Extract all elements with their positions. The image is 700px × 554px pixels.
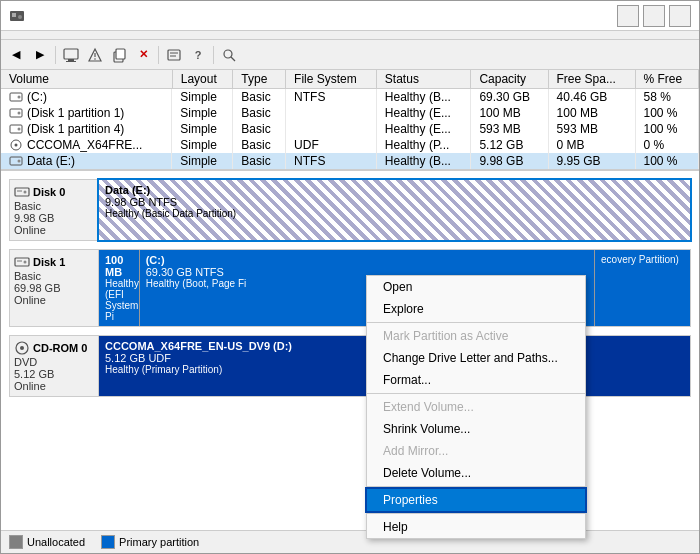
table-row[interactable]: (C:) Simple Basic NTFS Healthy (B... 69.… [1, 89, 699, 106]
context-menu-separator [367, 513, 585, 514]
col-free[interactable]: Free Spa... [548, 70, 635, 89]
context-menu-item: Mark Partition as Active [367, 325, 585, 347]
cell-volume: (Disk 1 partition 4) [1, 121, 172, 137]
context-menu-item[interactable]: Delete Volume... [367, 462, 585, 484]
disk-view: Disk 0 Basic 9.98 GB Online Data (E:) 9.… [1, 170, 699, 530]
disk-row: Disk 1 Basic 69.98 GB Online 100 MB Heal… [9, 249, 691, 327]
cell-pct: 100 % [635, 153, 698, 169]
content-area: Volume Layout Type File System Status Ca… [1, 70, 699, 553]
svg-point-8 [94, 58, 96, 60]
svg-point-23 [15, 144, 18, 147]
svg-point-25 [18, 160, 21, 163]
context-menu-item[interactable]: Open [367, 276, 585, 298]
cdrom-icon [9, 138, 23, 152]
col-volume[interactable]: Volume [1, 70, 172, 89]
title-bar [1, 1, 699, 31]
title-bar-left [9, 8, 31, 24]
tb-action[interactable] [84, 44, 106, 66]
svg-point-33 [20, 346, 24, 350]
table-row[interactable]: (Disk 1 partition 4) Simple Basic Health… [1, 121, 699, 137]
cell-volume: CCCOMA_X64FRE... [1, 137, 172, 153]
col-fs[interactable]: File System [286, 70, 377, 89]
disk-size: 9.98 GB [14, 212, 94, 224]
context-menu-separator [367, 322, 585, 323]
drive-icon [9, 154, 23, 168]
tb-properties[interactable] [163, 44, 185, 66]
context-menu-item: Add Mirror... [367, 440, 585, 462]
cell-pct: 100 % [635, 105, 698, 121]
cell-status: Healthy (E... [376, 105, 471, 121]
context-menu-item[interactable]: Shrink Volume... [367, 418, 585, 440]
context-menu-item[interactable]: Help [367, 516, 585, 538]
context-menu-item[interactable]: Format... [367, 369, 585, 391]
menu-action[interactable] [21, 33, 37, 37]
svg-point-19 [18, 112, 21, 115]
drive-icon [9, 122, 23, 136]
tb-delete[interactable]: ✕ [132, 44, 154, 66]
disk-size: 69.98 GB [14, 282, 94, 294]
title-bar-buttons [617, 5, 691, 27]
tb-computer[interactable] [60, 44, 82, 66]
tb-copy[interactable] [108, 44, 130, 66]
cell-volume: Data (E:) [1, 153, 172, 169]
disk-num: Disk 1 [33, 256, 65, 268]
table-row[interactable]: (Disk 1 partition 1) Simple Basic Health… [1, 105, 699, 121]
partition-status: Healthy (EFI System Pi [105, 278, 133, 322]
cell-type: Basic [233, 137, 286, 153]
col-status[interactable]: Status [376, 70, 471, 89]
disk-table-container: Volume Layout Type File System Status Ca… [1, 70, 699, 170]
legend-box [9, 535, 23, 549]
tb-search[interactable] [218, 44, 240, 66]
svg-rect-1 [12, 13, 16, 17]
minimize-button[interactable] [617, 5, 639, 27]
cell-fs: NTFS [286, 89, 377, 106]
cell-type: Basic [233, 105, 286, 121]
cell-status: Healthy (E... [376, 121, 471, 137]
tb-back[interactable]: ◀ [5, 44, 27, 66]
context-menu-item[interactable]: Change Drive Letter and Paths... [367, 347, 585, 369]
cell-capacity: 5.12 GB [471, 137, 548, 153]
svg-point-14 [224, 50, 232, 58]
cell-capacity: 9.98 GB [471, 153, 548, 169]
disk-type: Basic [14, 200, 94, 212]
svg-point-2 [18, 15, 22, 19]
cell-layout: Simple [172, 105, 233, 121]
main-window: ◀ ▶ ✕ [0, 0, 700, 554]
col-type[interactable]: Type [233, 70, 286, 89]
table-row[interactable]: Data (E:) Simple Basic NTFS Healthy (B..… [1, 153, 699, 169]
hdd-disk-icon [14, 184, 30, 200]
col-capacity[interactable]: Capacity [471, 70, 548, 89]
table-body: (C:) Simple Basic NTFS Healthy (B... 69.… [1, 89, 699, 170]
menu-view[interactable] [37, 33, 53, 37]
close-button[interactable] [669, 5, 691, 27]
disk-type: Basic [14, 270, 94, 282]
context-menu-item[interactable]: Explore [367, 298, 585, 320]
tb-forward[interactable]: ▶ [29, 44, 51, 66]
table-row[interactable]: CCCOMA_X64FRE... Simple Basic UDF Health… [1, 137, 699, 153]
svg-point-31 [24, 261, 27, 264]
partition-name: (C:) [146, 254, 588, 266]
col-pct[interactable]: % Free [635, 70, 698, 89]
cell-free: 9.95 GB [548, 153, 635, 169]
partition[interactable]: 100 MB Healthy (EFI System Pi [99, 250, 140, 326]
restore-button[interactable] [643, 5, 665, 27]
disk-partitions: Data (E:) 9.98 GB NTFS Healthy (Basic Da… [99, 179, 691, 241]
menu-help[interactable] [53, 33, 69, 37]
context-menu-item[interactable]: Properties [367, 489, 585, 511]
computer-icon [63, 47, 79, 63]
partition[interactable]: Data (E:) 9.98 GB NTFS Healthy (Basic Da… [99, 180, 690, 240]
cell-pct: 100 % [635, 121, 698, 137]
cell-free: 40.46 GB [548, 89, 635, 106]
partition-size: 9.98 GB NTFS [105, 196, 684, 208]
partition[interactable]: ecovery Partition) [595, 250, 690, 326]
col-layout[interactable]: Layout [172, 70, 233, 89]
menu-file[interactable] [5, 33, 21, 37]
cell-status: Healthy (P... [376, 137, 471, 153]
disk-size: 5.12 GB [14, 368, 94, 380]
disk-table: Volume Layout Type File System Status Ca… [1, 70, 699, 169]
tb-help[interactable]: ? [187, 44, 209, 66]
cell-capacity: 100 MB [471, 105, 548, 121]
partition-status: ecovery Partition) [601, 254, 684, 265]
legend-label: Unallocated [27, 536, 85, 548]
tb-sep1 [55, 46, 56, 64]
